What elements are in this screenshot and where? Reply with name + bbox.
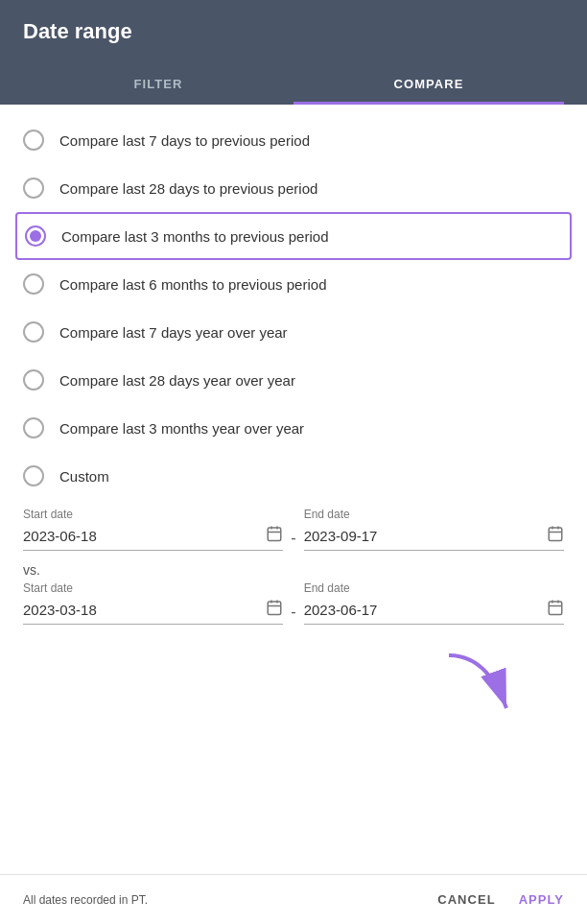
period2-start-group: Start date 2023-03-18 — [23, 581, 283, 625]
svg-rect-4 — [549, 528, 562, 541]
cancel-button[interactable]: CANCEL — [437, 892, 495, 907]
period2-end-label: End date — [304, 581, 564, 595]
radio-opt7[interactable] — [23, 417, 44, 438]
period1-end-value: 2023-09-17 — [304, 528, 539, 544]
header: Date range FILTER COMPARE — [0, 0, 587, 105]
option-last-7-days-previous[interactable]: Compare last 7 days to previous period — [23, 116, 564, 164]
period1-start-group: Start date 2023-06-18 — [23, 508, 283, 551]
option-label-3: Compare last 3 months to previous period — [61, 228, 328, 245]
footer-buttons: CANCEL APPLY — [437, 892, 564, 907]
svg-rect-12 — [549, 602, 562, 615]
radio-opt4[interactable] — [23, 273, 44, 295]
option-last-3-months-previous[interactable]: Compare last 3 months to previous period — [15, 212, 572, 260]
option-label-2: Compare last 28 days to previous period — [59, 180, 317, 197]
option-last-28-days-yoy[interactable]: Compare last 28 days year over year — [23, 356, 564, 404]
option-last-6-months-previous[interactable]: Compare last 6 months to previous period — [23, 260, 564, 308]
footer: All dates recorded in PT. CANCEL APPLY — [0, 874, 587, 924]
calendar-icon-p2-end[interactable] — [547, 599, 564, 620]
period2-start-input-wrapper[interactable]: 2023-03-18 — [23, 599, 283, 625]
tab-compare[interactable]: COMPARE — [294, 63, 564, 105]
period1-start-value: 2023-06-18 — [23, 528, 258, 544]
option-label-4: Compare last 6 months to previous period — [59, 276, 326, 293]
option-label-6: Compare last 28 days year over year — [59, 372, 295, 389]
radio-opt5[interactable] — [23, 321, 44, 343]
footer-note: All dates recorded in PT. — [23, 893, 148, 907]
calendar-icon-p1-end[interactable] — [547, 525, 564, 546]
radio-opt6[interactable] — [23, 369, 44, 391]
option-label-5: Compare last 7 days year over year — [59, 324, 288, 341]
period1-date-row: Start date 2023-06-18 - — [23, 508, 564, 551]
tab-filter[interactable]: FILTER — [23, 63, 294, 105]
svg-rect-8 — [269, 602, 282, 615]
radio-opt8[interactable] — [23, 465, 44, 486]
svg-rect-0 — [269, 528, 282, 541]
period2-end-value: 2023-06-17 — [304, 602, 539, 618]
period2-date-row: Start date 2023-03-18 - — [23, 581, 564, 625]
period1-start-label: Start date — [23, 508, 283, 521]
period2-start-value: 2023-03-18 — [23, 602, 258, 618]
date-dash-2: - — [291, 604, 295, 621]
period1-end-group: End date 2023-09-17 — [304, 508, 564, 551]
vs-label: vs. — [23, 562, 564, 578]
radio-opt2[interactable] — [23, 178, 44, 199]
period1-end-label: End date — [304, 508, 564, 521]
period1-start-input-wrapper[interactable]: 2023-06-18 — [23, 525, 283, 551]
option-custom[interactable]: Custom — [23, 452, 564, 500]
tab-bar: FILTER COMPARE — [23, 63, 564, 105]
content-area: Compare last 7 days to previous period C… — [0, 105, 587, 713]
option-label-1: Compare last 7 days to previous period — [59, 132, 310, 149]
date-dash-1: - — [291, 530, 295, 547]
period2-end-group: End date 2023-06-17 — [304, 581, 564, 625]
calendar-icon-p2-start[interactable] — [266, 599, 283, 620]
period2-start-label: Start date — [23, 581, 283, 595]
option-last-28-days-previous[interactable]: Compare last 28 days to previous period — [23, 164, 564, 212]
option-last-7-days-yoy[interactable]: Compare last 7 days year over year — [23, 308, 564, 356]
arrow-container — [23, 636, 564, 713]
period2-end-input-wrapper[interactable]: 2023-06-17 — [304, 599, 564, 625]
apply-arrow-icon — [439, 646, 526, 723]
option-label-8: Custom — [59, 468, 109, 485]
page-title: Date range — [23, 19, 564, 63]
option-last-3-months-yoy[interactable]: Compare last 3 months year over year — [23, 404, 564, 452]
radio-opt1[interactable] — [23, 130, 44, 151]
main-container: Date range FILTER COMPARE Compare last 7… — [0, 0, 587, 924]
radio-opt3[interactable] — [25, 225, 46, 247]
apply-button[interactable]: APPLY — [519, 892, 564, 907]
period1-end-input-wrapper[interactable]: 2023-09-17 — [304, 525, 564, 551]
option-label-7: Compare last 3 months year over year — [59, 420, 304, 437]
calendar-icon-p1-start[interactable] — [266, 525, 283, 546]
custom-date-section: Start date 2023-06-18 - — [23, 500, 564, 713]
